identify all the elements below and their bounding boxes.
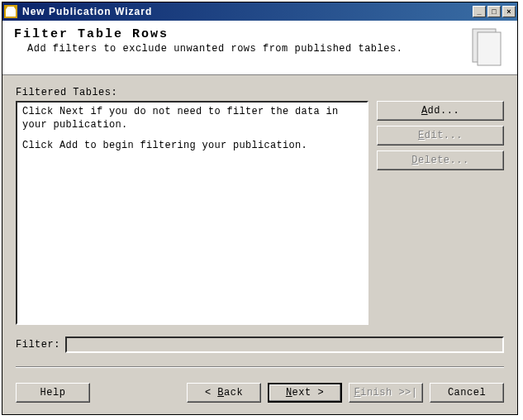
maximize-button[interactable]: □	[487, 6, 501, 17]
minimize-button[interactable]: _	[473, 6, 486, 17]
next-button[interactable]: Next >	[268, 383, 342, 403]
filter-row: Filter:	[16, 336, 504, 353]
edit-button: Edit...	[377, 126, 504, 146]
window-title: New Publication Wizard	[21, 6, 473, 17]
filter-label: Filter:	[16, 339, 60, 351]
add-button[interactable]: Add...	[377, 101, 504, 121]
titlebar: New Publication Wizard _ □ ×	[2, 2, 517, 21]
placeholder-text-1: Click Next if you do not need to filter …	[22, 106, 362, 131]
filter-display	[65, 336, 504, 353]
separator	[16, 366, 504, 368]
finish-button: Finish >>|	[349, 383, 423, 403]
filtered-tables-list[interactable]: Click Next if you do not need to filter …	[16, 101, 368, 325]
placeholder-text-2: Click Add to begin filtering your public…	[22, 140, 362, 153]
page-title: Filter Table Rows	[14, 27, 506, 41]
close-button[interactable]: ×	[502, 6, 516, 17]
back-button[interactable]: < Back	[187, 383, 261, 403]
help-button[interactable]: Help	[16, 383, 90, 403]
app-icon	[4, 5, 17, 18]
filter-action-buttons: Add... Edit... Delete...	[377, 101, 504, 325]
svg-rect-1	[478, 32, 501, 65]
wizard-body: Filtered Tables: Click Next if you do no…	[2, 75, 517, 375]
cancel-button[interactable]: Cancel	[430, 383, 504, 403]
window-controls: _ □ ×	[473, 6, 516, 17]
delete-button: Delete...	[377, 150, 504, 170]
page-subtitle: Add filters to exclude unwanted rows fro…	[27, 43, 506, 55]
wizard-footer: Help < Back Next > Finish >>| Cancel	[2, 375, 517, 414]
wizard-glyph-icon	[466, 26, 506, 69]
filtered-tables-label: Filtered Tables:	[16, 87, 504, 98]
wizard-header: Filter Table Rows Add filters to exclude…	[2, 21, 517, 75]
wizard-window: New Publication Wizard _ □ × Filter Tabl…	[2, 2, 518, 415]
